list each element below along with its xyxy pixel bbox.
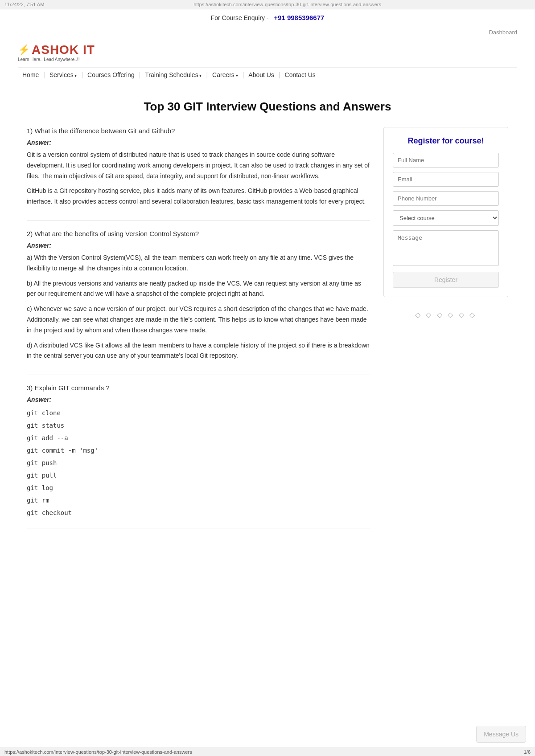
enquiry-phone[interactable]: +91 9985396677: [274, 14, 324, 21]
sidebar: Register for course! Select course Java …: [383, 127, 508, 319]
browser-url: https://ashokitech.com/interview-questio…: [193, 2, 381, 7]
answer-para-2-2: c) Whenever we save a new version of our…: [27, 304, 370, 335]
logo-area: ⚡ ASHOK IT Learn Here.. Lead Anywhere..!…: [18, 43, 517, 62]
phone-input[interactable]: [393, 191, 499, 206]
message-textarea[interactable]: [393, 230, 499, 266]
question-text-1: 1) What is the difference between Git an…: [27, 127, 370, 135]
question-block-3: 3) Explain GIT commands ? Answer: git cl…: [27, 384, 370, 528]
pagination-dots: ◇ ◇ ◇ ◇ ◇ ◇: [383, 311, 508, 319]
enquiry-bar: For Course Enquiry - +91 9985396677: [0, 9, 535, 26]
register-title: Register for course!: [393, 136, 499, 146]
nav-careers[interactable]: Careers: [208, 71, 243, 78]
main-content: Top 30 GIT Interview Questions and Answe…: [18, 82, 517, 546]
code-list-3: git clone git status git add --a git com…: [27, 407, 370, 519]
enquiry-label: For Course Enquiry -: [211, 14, 269, 21]
code-item-1: git status: [27, 419, 370, 432]
question-block-1: 1) What is the difference between Git an…: [27, 127, 370, 221]
answer-para-2-3: d) A distributed VCS like Git allows all…: [27, 340, 370, 362]
nav-home[interactable]: Home: [18, 71, 43, 78]
answer-para-1-0: Git is a version control system of distr…: [27, 150, 370, 181]
code-item-4: git push: [27, 457, 370, 469]
page-title: Top 30 GIT Interview Questions and Answe…: [27, 100, 508, 114]
code-item-7: git rm: [27, 494, 370, 507]
nav-training[interactable]: Training Schedules: [140, 71, 206, 78]
answer-label-3: Answer:: [27, 396, 370, 403]
course-select[interactable]: Select course Java Python DevOps Seleniu…: [393, 210, 499, 226]
browser-datetime: 11/24/22, 7:51 AM: [4, 2, 44, 7]
answer-para-2-1: b) All the previous versions and variant…: [27, 278, 370, 300]
nav-contact[interactable]: Contact Us: [280, 71, 320, 78]
full-name-input[interactable]: [393, 153, 499, 168]
dashboard-link[interactable]: Dashboard: [489, 29, 517, 36]
question-block-2: 2) What are the benefits of using Versio…: [27, 230, 370, 375]
logo-tagline: Learn Here.. Lead Anywhere..!!: [18, 57, 95, 62]
answer-label-1: Answer:: [27, 139, 370, 146]
code-item-8: git checkout: [27, 507, 370, 519]
logo-wrapper: ⚡ ASHOK IT Learn Here.. Lead Anywhere..!…: [18, 43, 95, 62]
header-top: Dashboard: [0, 26, 535, 38]
browser-bar: 11/24/22, 7:51 AM https://ashokitech.com…: [0, 0, 535, 9]
code-item-0: git clone: [27, 407, 370, 419]
register-button[interactable]: Register: [393, 272, 499, 288]
logo-icon: ⚡: [18, 44, 30, 56]
code-item-6: git log: [27, 482, 370, 494]
article-area: 1) What is the difference between Git an…: [27, 127, 370, 537]
logo-brand: ⚡ ASHOK IT: [18, 43, 95, 57]
register-box: Register for course! Select course Java …: [383, 127, 508, 297]
answer-para-1-1: GitHub is a Git repository hosting servi…: [27, 186, 370, 207]
code-item-5: git pull: [27, 469, 370, 482]
question-text-2: 2) What are the benefits of using Versio…: [27, 230, 370, 237]
logo-text: ASHOK IT: [32, 43, 95, 57]
email-input[interactable]: [393, 172, 499, 187]
answer-label-2: Answer:: [27, 242, 370, 249]
main-nav: Home | Services | Courses Offering | Tra…: [18, 67, 517, 82]
header-logo-nav: ⚡ ASHOK IT Learn Here.. Lead Anywhere..!…: [0, 38, 535, 82]
nav-courses[interactable]: Courses Offering: [83, 71, 139, 78]
question-text-3: 3) Explain GIT commands ?: [27, 384, 370, 392]
content-layout: 1) What is the difference between Git an…: [27, 127, 508, 537]
code-item-2: git add --a: [27, 432, 370, 444]
nav-services[interactable]: Services: [45, 71, 81, 78]
nav-about[interactable]: About Us: [244, 71, 279, 78]
code-item-3: git commit -m 'msg': [27, 444, 370, 457]
answer-para-2-0: a) With the Version Control System(VCS),…: [27, 253, 370, 274]
